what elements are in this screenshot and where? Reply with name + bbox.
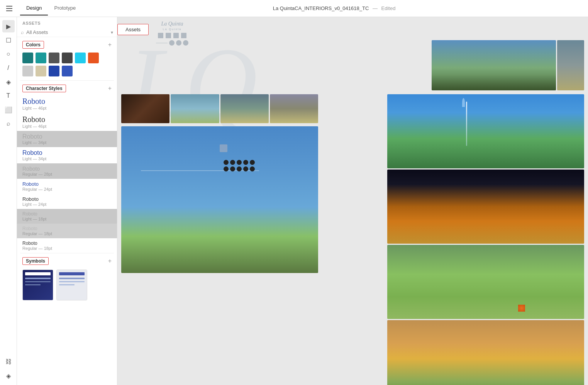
social-icon-10[interactable] <box>250 166 255 171</box>
char-style-name-9: Roboto <box>22 241 112 246</box>
character-styles-add-button[interactable]: + <box>108 85 112 92</box>
circle-tool-button[interactable]: ○ <box>2 48 15 60</box>
gate-photo[interactable] <box>220 94 269 123</box>
char-style-2[interactable]: Roboto Light — 34pt <box>17 131 117 147</box>
left-panel: ASSETS ⌕ ▾ Colors + <box>17 17 117 385</box>
topbar-tabs: Design Prototype <box>20 1 82 15</box>
char-style-meta-7: Light — 18pt <box>22 217 112 221</box>
char-style-meta-2: Light — 34pt <box>22 140 112 145</box>
rocks-photo[interactable] <box>270 94 318 123</box>
social-icon-4[interactable] <box>243 160 248 165</box>
colors-grid <box>17 51 117 80</box>
swatch-gray-darker[interactable] <box>62 53 73 63</box>
main-layout: ▶ ☐ ○ / ◈ T ⬜ ⌕ ⛓ ◈ ASSETS ⌕ ▾ Colors + <box>0 17 588 385</box>
search-input[interactable] <box>26 29 108 35</box>
fountain-photo[interactable] <box>387 94 584 168</box>
swatch-orange[interactable] <box>88 53 99 63</box>
tab-design[interactable]: Design <box>20 1 48 15</box>
symbols-title: Symbols <box>22 257 49 265</box>
soccer-photo[interactable] <box>387 245 584 319</box>
search-dropdown-icon[interactable]: ▾ <box>111 30 113 35</box>
char-style-name-6: Roboto <box>22 196 112 202</box>
symbol-item-1[interactable] <box>22 270 53 300</box>
char-style-8[interactable]: Roboto Regular — 18pt <box>17 224 117 238</box>
swatch-gray-light[interactable] <box>22 66 33 76</box>
symbols-add-button[interactable]: + <box>108 258 112 265</box>
char-style-5[interactable]: Roboto Regular — 24pt <box>17 179 117 194</box>
social-icon-3[interactable] <box>237 160 242 165</box>
landscape-mountains-photo[interactable] <box>432 40 556 90</box>
social-icon-1[interactable] <box>224 160 229 165</box>
desert-photo[interactable] <box>387 320 584 385</box>
search-tool-button[interactable]: ⌕ <box>2 117 15 130</box>
swatch-cyan[interactable] <box>75 53 86 63</box>
character-styles-section-header[interactable]: Character Styles + <box>17 81 117 95</box>
canvas-area[interactable]: Assets La Quinta La Quinta LQ <box>117 17 588 385</box>
swatch-tan[interactable] <box>36 66 46 76</box>
assets-tag[interactable]: Assets <box>117 24 149 35</box>
char-style-4[interactable]: Roboto Regular — 28pt <box>17 163 117 179</box>
highway-photo[interactable] <box>171 94 219 123</box>
social-icon-8[interactable] <box>237 166 242 171</box>
char-style-3[interactable]: Roboto Light — 34pt <box>17 147 117 163</box>
symbols-section-header[interactable]: Symbols + <box>17 253 117 267</box>
symbol-item-2[interactable] <box>56 270 87 300</box>
search-row: ⌕ ▾ <box>17 28 117 37</box>
char-style-meta-3: Light — 34pt <box>22 156 112 161</box>
swatch-teal-dark[interactable] <box>22 53 33 63</box>
char-style-name-1: Roboto <box>22 115 112 124</box>
tab-prototype[interactable]: Prototype <box>48 1 82 15</box>
char-style-meta-8: Regular — 18pt <box>22 231 112 236</box>
social-icon-6[interactable] <box>224 166 229 171</box>
char-style-meta-4: Regular — 28pt <box>22 172 112 176</box>
social-icon-5[interactable] <box>250 160 255 165</box>
link-tool-button[interactable]: ⛓ <box>2 356 15 368</box>
canvas-images-wrapper <box>117 17 588 385</box>
char-style-name-5: Roboto <box>22 181 112 187</box>
char-style-1[interactable]: Roboto Light — 46pt <box>17 113 117 131</box>
panel-scroll[interactable]: Colors + Character Styles + <box>17 37 117 385</box>
char-style-0[interactable]: Roboto Light — 46pt <box>17 95 117 113</box>
char-style-meta-1: Light — 46pt <box>22 124 112 129</box>
char-style-name-3: Roboto <box>22 149 112 156</box>
social-icon-9[interactable] <box>243 166 248 171</box>
char-style-9[interactable]: Roboto Regular — 18pt <box>17 238 117 253</box>
frame-tool-button[interactable]: ☐ <box>2 34 15 46</box>
topbar: Design Prototype La QuintaCA_INTERIORS_v… <box>0 0 588 17</box>
right-column <box>387 94 584 385</box>
swatch-teal[interactable] <box>36 53 46 63</box>
mountains-small-photo[interactable] <box>557 40 584 90</box>
colors-title: Colors <box>22 41 44 49</box>
layers-tool-button[interactable]: ◈ <box>2 370 15 382</box>
paint-tool-button[interactable]: ◈ <box>2 76 15 88</box>
search-icon: ⌕ <box>21 29 24 35</box>
char-style-name-7: Roboto <box>22 211 112 217</box>
menu-button[interactable] <box>5 4 14 13</box>
social-icons-area <box>224 160 255 171</box>
left-toolbar: ▶ ☐ ○ / ◈ T ⬜ ⌕ ⛓ ◈ <box>0 17 17 385</box>
text-tool-button[interactable]: T <box>2 90 15 102</box>
char-style-meta-0: Light — 46pt <box>22 106 112 110</box>
pen-tool-button[interactable]: / <box>2 62 15 74</box>
swatch-navy-mid[interactable] <box>62 66 73 76</box>
char-style-name-0: Roboto <box>22 97 112 106</box>
char-style-6[interactable]: Roboto Light — 24pt <box>17 194 117 209</box>
char-style-name-8: Roboto <box>22 226 112 231</box>
character-styles-title: Character Styles <box>22 85 66 92</box>
colors-add-button[interactable]: + <box>108 41 112 48</box>
char-style-meta-9: Regular — 18pt <box>22 246 112 251</box>
social-icon-2[interactable] <box>230 160 235 165</box>
move-tool-button[interactable]: ▶ <box>2 20 15 32</box>
page-tool-button[interactable]: ⬜ <box>2 103 15 116</box>
symbols-grid <box>17 267 117 303</box>
assets-header: ASSETS <box>17 17 117 28</box>
city-night-photo[interactable] <box>387 170 584 244</box>
dinner-photo[interactable] <box>121 94 169 123</box>
char-style-7[interactable]: Roboto Light — 18pt <box>17 209 117 224</box>
char-style-name-2: Roboto <box>22 133 112 140</box>
colors-section-header[interactable]: Colors + <box>17 37 117 51</box>
swatch-navy[interactable] <box>49 66 59 76</box>
social-icon-7[interactable] <box>230 166 235 171</box>
char-style-meta-5: Regular — 24pt <box>22 187 112 192</box>
swatch-gray-dark[interactable] <box>49 53 59 63</box>
